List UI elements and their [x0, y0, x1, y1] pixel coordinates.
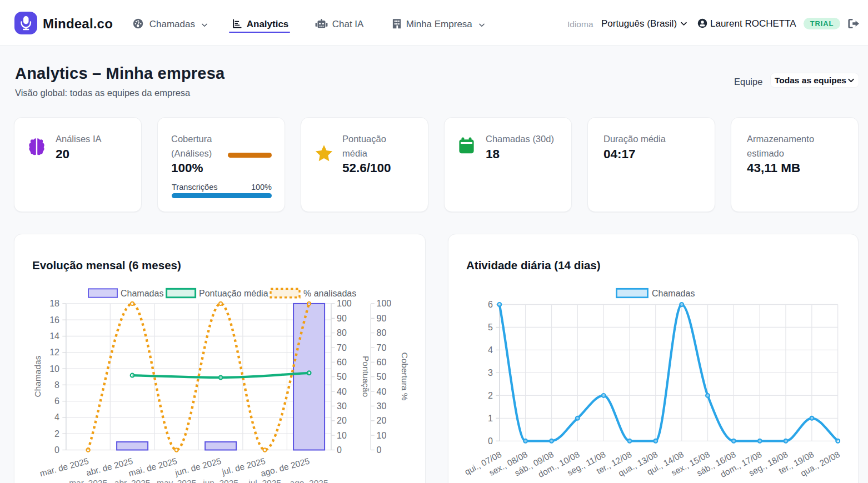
svg-text:1: 1 — [488, 414, 493, 423]
svg-text:100: 100 — [377, 299, 392, 308]
svg-text:jul. 2025: jul. 2025 — [248, 478, 281, 483]
svg-text:30: 30 — [337, 401, 347, 411]
svg-text:6: 6 — [54, 396, 59, 406]
svg-text:jul. de 2025: jul. de 2025 — [221, 456, 267, 476]
svg-text:70: 70 — [377, 343, 387, 353]
svg-text:20: 20 — [377, 416, 387, 425]
svg-text:70: 70 — [337, 343, 347, 353]
svg-text:12: 12 — [49, 348, 59, 357]
svg-text:14: 14 — [49, 331, 59, 341]
svg-text:jun. 2025: jun. 2025 — [202, 478, 238, 483]
svg-text:10: 10 — [337, 431, 347, 440]
svg-text:90: 90 — [337, 314, 347, 323]
svg-text:abr. de 2025: abr. de 2025 — [85, 456, 134, 477]
svg-text:mar. de 2025: mar. de 2025 — [39, 456, 90, 478]
svg-text:40: 40 — [377, 387, 387, 396]
svg-text:100: 100 — [337, 299, 352, 308]
svg-text:% analisadas: % analisadas — [303, 289, 356, 298]
svg-text:2: 2 — [54, 429, 59, 439]
svg-text:80: 80 — [337, 328, 347, 338]
svg-text:30: 30 — [377, 401, 387, 411]
svg-text:5: 5 — [488, 323, 493, 332]
svg-text:0: 0 — [337, 445, 342, 455]
svg-text:Chamadas: Chamadas — [652, 289, 695, 298]
svg-text:3: 3 — [488, 368, 493, 378]
svg-text:0: 0 — [488, 436, 493, 446]
svg-text:40: 40 — [337, 387, 347, 396]
svg-text:may. 2025: may. 2025 — [157, 478, 196, 483]
svg-text:ago. de 2025: ago. de 2025 — [260, 456, 311, 478]
svg-text:90: 90 — [377, 314, 387, 323]
svg-text:2: 2 — [488, 391, 493, 400]
svg-text:50: 50 — [337, 372, 347, 381]
svg-text:80: 80 — [377, 328, 387, 338]
svg-text:4: 4 — [54, 412, 59, 422]
svg-text:20: 20 — [337, 416, 347, 425]
svg-text:0: 0 — [377, 445, 382, 455]
svg-text:50: 50 — [377, 372, 387, 381]
svg-text:Pontuação: Pontuação — [361, 356, 371, 397]
svg-text:jun. de 2025: jun. de 2025 — [173, 456, 222, 477]
svg-text:Pontuação média: Pontuação média — [199, 289, 268, 298]
svg-text:18: 18 — [49, 299, 59, 308]
svg-text:6: 6 — [488, 300, 493, 309]
svg-text:60: 60 — [337, 358, 347, 367]
svg-text:8: 8 — [54, 380, 59, 390]
svg-text:Chamadas: Chamadas — [121, 289, 163, 298]
svg-text:Cobertura %: Cobertura % — [400, 352, 410, 400]
svg-text:mai. de 2025: mai. de 2025 — [127, 456, 178, 478]
svg-text:4: 4 — [488, 345, 493, 355]
svg-text:10: 10 — [377, 431, 387, 440]
svg-text:16: 16 — [49, 315, 59, 325]
svg-text:60: 60 — [377, 358, 387, 367]
svg-text:mar. 2025: mar. 2025 — [69, 478, 107, 483]
svg-text:ago. 2025: ago. 2025 — [290, 478, 328, 483]
svg-text:0: 0 — [54, 445, 59, 455]
svg-text:10: 10 — [49, 364, 59, 374]
svg-text:Chamadas: Chamadas — [33, 355, 42, 397]
svg-text:abr. 2025: abr. 2025 — [114, 478, 151, 483]
